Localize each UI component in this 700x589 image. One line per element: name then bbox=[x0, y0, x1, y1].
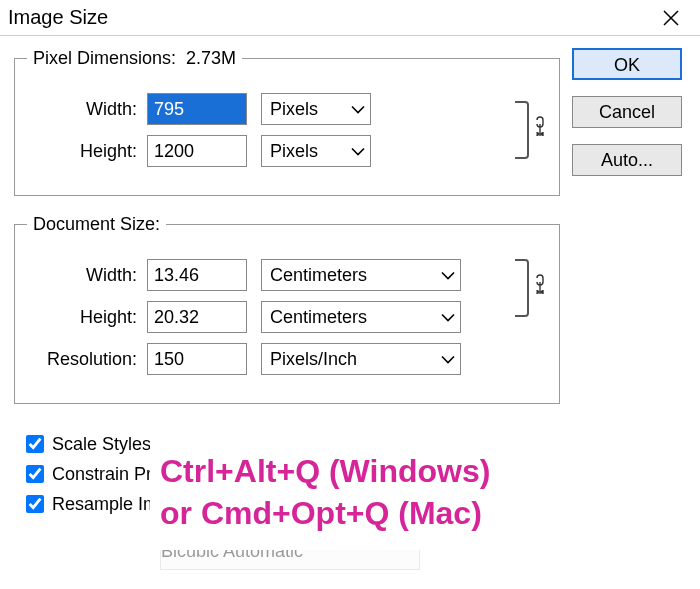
pixel-width-input[interactable] bbox=[147, 93, 247, 125]
pixel-height-label: Height: bbox=[27, 141, 147, 162]
doc-width-label: Width: bbox=[27, 265, 147, 286]
doc-resolution-input[interactable] bbox=[147, 343, 247, 375]
doc-resolution-unit-select[interactable]: Pixels/Inch bbox=[261, 343, 461, 375]
doc-resolution-label: Resolution: bbox=[27, 349, 147, 370]
doc-height-label: Height: bbox=[27, 307, 147, 328]
ok-button[interactable]: OK bbox=[572, 48, 682, 80]
pixel-dimensions-legend: Pixel Dimensions: 2.73M bbox=[27, 48, 242, 69]
document-size-group: Document Size: Width: Centimeters bbox=[14, 214, 560, 404]
resample-image-label: Resample Im bbox=[52, 494, 158, 515]
pixel-height-unit-select[interactable]: Pixels bbox=[261, 135, 371, 167]
pixel-width-label: Width: bbox=[27, 99, 147, 120]
constrain-proportions-checkbox[interactable] bbox=[26, 465, 44, 483]
shortcut-line-1: Ctrl+Alt+Q (Windows) bbox=[160, 451, 660, 493]
pixel-width-unit-select[interactable]: Pixels bbox=[261, 93, 371, 125]
doc-width-input[interactable] bbox=[147, 259, 247, 291]
doc-height-unit-select[interactable]: Centimeters bbox=[261, 301, 461, 333]
window-title: Image Size bbox=[8, 6, 108, 29]
scale-styles-checkbox[interactable] bbox=[26, 435, 44, 453]
link-icon bbox=[531, 116, 547, 145]
pixel-height-input[interactable] bbox=[147, 135, 247, 167]
title-bar: Image Size bbox=[0, 0, 700, 36]
pixel-link-icon[interactable] bbox=[515, 101, 547, 159]
auto-button[interactable]: Auto... bbox=[572, 144, 682, 176]
pixel-dimensions-group: Pixel Dimensions: 2.73M Width: Pixels bbox=[14, 48, 560, 196]
document-size-legend: Document Size: bbox=[27, 214, 166, 235]
scale-styles-label: Scale Styles bbox=[52, 434, 151, 455]
cancel-button[interactable]: Cancel bbox=[572, 96, 682, 128]
doc-link-icon[interactable] bbox=[515, 259, 547, 317]
resample-image-checkbox[interactable] bbox=[26, 495, 44, 513]
doc-width-unit-select[interactable]: Centimeters bbox=[261, 259, 461, 291]
constrain-proportions-label: Constrain Pr bbox=[52, 464, 152, 485]
shortcut-line-2: or Cmd+Opt+Q (Mac) bbox=[160, 493, 660, 535]
doc-height-input[interactable] bbox=[147, 301, 247, 333]
shortcut-overlay: Ctrl+Alt+Q (Windows) or Cmd+Opt+Q (Mac) bbox=[150, 435, 660, 550]
close-icon[interactable] bbox=[654, 9, 688, 27]
link-icon bbox=[531, 274, 547, 303]
